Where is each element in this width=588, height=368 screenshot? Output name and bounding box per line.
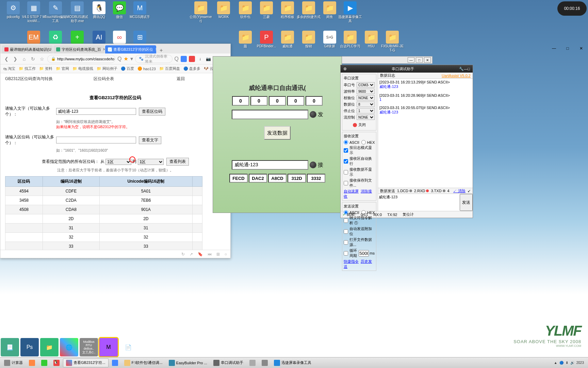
tab-2[interactable]: 字符区位码查询系统_百× xyxy=(53,45,104,53)
ql-browser[interactable]: 🌐 xyxy=(60,338,78,356)
hmi-close[interactable]: ✕ xyxy=(424,57,431,63)
ql-modbus[interactable]: ModBusRTUdeBus..文工具C.. xyxy=(80,338,98,356)
log-area[interactable]: [2023-03-31 16:20:13.299]# SEND ASCII> 威… xyxy=(378,79,473,188)
home-button[interactable]: ⌂ xyxy=(21,56,28,62)
ql-item[interactable]: 📄 xyxy=(119,338,137,356)
footer-icon[interactable]: ⏮ xyxy=(208,252,212,257)
nav-convert[interactable]: GB2312区位码查询与转换 xyxy=(5,76,53,82)
nav-return[interactable]: 返回 xyxy=(177,76,185,82)
minimize-button[interactable]: — xyxy=(547,44,561,53)
task-item[interactable] xyxy=(38,358,50,367)
desktop-folder-work[interactable]: 📁WORK xyxy=(212,1,235,19)
flow-select[interactable]: NONE xyxy=(357,114,375,120)
desktop-icon-step7[interactable]: ▦V4.0 STEP 7 MicroWI... xyxy=(22,1,46,23)
databits-select[interactable]: 8 xyxy=(357,102,375,107)
bookmark-jobs[interactable]: 📁找工作 xyxy=(19,66,36,71)
bookmark-site[interactable]: 📁网站例子 xyxy=(97,66,117,71)
bookmark-hao123[interactable]: 🟠hao123 xyxy=(137,66,156,71)
task-serial[interactable]: 串口调试助手 xyxy=(211,358,246,367)
serial-help[interactable]: 🔧 xyxy=(459,67,464,71)
desktop-icon-touchwin[interactable]: ✎TouchWin编辑工具 xyxy=(44,1,67,23)
escape-check[interactable] xyxy=(344,218,348,223)
zone-to-select[interactable]: 1区 xyxy=(138,159,164,165)
return-link[interactable]: ↙ xyxy=(468,189,471,193)
recv-save-check[interactable] xyxy=(344,181,348,185)
char-input[interactable] xyxy=(56,108,136,115)
desktop-folder-delta[interactable]: 📁台达PLC学习 xyxy=(338,31,362,48)
hmi-cell[interactable]: 0 xyxy=(287,96,304,106)
ql-mcgs[interactable]: M xyxy=(99,338,118,356)
close-button[interactable]: ✕ xyxy=(574,44,588,53)
recorder-overlay[interactable]: 00:00:16 xyxy=(557,1,587,16)
desktop-folder-weintek[interactable]: 📁威纶通 xyxy=(276,31,299,48)
ext-icon-3[interactable]: ↓ xyxy=(197,56,203,62)
task-item[interactable]: 🐧 xyxy=(51,358,62,367)
list-button[interactable]: 查看列表 xyxy=(166,158,189,166)
desktop-icon-ti[interactable]: 📁题 xyxy=(233,31,257,48)
tray-icon[interactable]: ▲ xyxy=(554,361,557,365)
recv-ascii-radio[interactable] xyxy=(344,140,348,144)
desktop-icon-net[interactable]: ⊞ xyxy=(128,31,152,44)
stopbits-select[interactable]: 1 xyxy=(357,108,375,113)
hmi-cell[interactable]: 0 xyxy=(269,96,286,106)
serial-min[interactable]: — xyxy=(464,67,468,71)
bookmark-official[interactable]: 📁官网 xyxy=(56,66,69,71)
parity-select[interactable]: NONE xyxy=(357,95,375,101)
quick-cmd-link[interactable]: 快捷指令 xyxy=(344,259,359,263)
footer-icon[interactable]: ↗ xyxy=(190,252,193,257)
lookup-qwm-button[interactable]: 查看区位码 xyxy=(139,108,165,116)
bookmark-ziliao[interactable]: 📁资料 xyxy=(39,66,52,71)
star-button[interactable]: ☆ xyxy=(38,56,45,62)
search-input[interactable]: 🐾沉浸式倒春寒将来 xyxy=(135,55,172,63)
desktop-icon-plus[interactable]: + xyxy=(65,31,89,44)
maximize-button[interactable]: □ xyxy=(561,44,574,53)
desktop-folder-h5u[interactable]: 📁H5U xyxy=(359,31,383,48)
baud-select[interactable]: 9600 xyxy=(357,89,375,94)
hmi-cell[interactable]: 0 xyxy=(232,96,249,106)
desktop-icon-em[interactable]: EM xyxy=(22,31,46,44)
desktop-icon-mcgs[interactable]: MMCGS调试手 xyxy=(128,1,152,19)
system-tray[interactable]: ▲ 🔵 ⬇ 🔊 2023 xyxy=(554,361,587,365)
tab-1[interactable]: 最详细的码表基础知识(U× xyxy=(2,45,53,53)
ext-icon-2[interactable] xyxy=(189,56,195,62)
zone-from-select[interactable]: 1区 xyxy=(105,159,131,165)
openfile-check[interactable] xyxy=(344,240,348,245)
ext-icon-1[interactable] xyxy=(181,56,187,62)
bookmark-baidu[interactable]: 🔵百度 xyxy=(121,66,134,71)
desktop-icon-pdfbinder[interactable]: PPDFBinder... xyxy=(255,31,278,48)
task-easybuilder[interactable]: EasyBuilder Pro ... xyxy=(166,358,210,367)
recv-hide-check[interactable] xyxy=(344,170,348,174)
pos-input[interactable] xyxy=(56,137,136,143)
version-link[interactable]: UartAssist V5.0.2 xyxy=(442,74,471,78)
bookmark-panduoduo[interactable]: 🔵盘多多 xyxy=(183,66,200,71)
new-tab-button[interactable]: + xyxy=(157,47,165,53)
recv-log-check[interactable] xyxy=(344,148,348,153)
task-recorder[interactable]: 迅捷屏幕录像工具 xyxy=(271,358,314,367)
tray-icon[interactable]: 🔊 xyxy=(570,361,574,365)
loop-check[interactable] xyxy=(344,251,348,256)
autoscroll-link[interactable]: 自动滚屏 xyxy=(344,189,359,193)
ql-item[interactable]: 📃 xyxy=(1,338,19,356)
desktop-folder-public[interactable]: 📁公用(Yjmserver) xyxy=(189,1,213,23)
hmi-send-button[interactable]: 发送数据 xyxy=(264,126,291,140)
autoappend-check[interactable] xyxy=(344,229,348,234)
hmi-min[interactable]: — xyxy=(408,57,414,63)
forward-button[interactable]: ❯ xyxy=(12,56,19,62)
back-button[interactable]: ❮ xyxy=(3,56,10,62)
tray-icon[interactable]: ⬇ xyxy=(566,361,568,365)
ext-icon-4[interactable]: 📷 xyxy=(205,56,211,62)
bookmark-taobao[interactable]: 🛍淘宝 xyxy=(3,66,15,71)
bookmark-baidupan[interactable]: 📁百度网盘 xyxy=(159,66,180,71)
send-button[interactable]: 发送 xyxy=(460,194,473,211)
footer-icon[interactable]: 🔖 xyxy=(198,252,203,257)
port-close-button[interactable]: 关闭 xyxy=(344,121,375,129)
footer-icon[interactable]: ⊞ xyxy=(216,252,220,257)
port-select[interactable]: COM3->COM xyxy=(357,82,375,88)
desktop-folder-fx5u[interactable]: 📁FX5U和MR-JET-G xyxy=(380,31,404,52)
task-browser[interactable]: 查看GB2312字符... xyxy=(63,358,109,367)
close-icon[interactable]: × xyxy=(103,47,104,52)
task-item[interactable] xyxy=(259,358,271,367)
lookup-text-button[interactable]: 查看文字 xyxy=(139,136,161,144)
clear-send-link[interactable]: ↙ 清除 xyxy=(453,188,466,194)
desktop-icon-recycle[interactable]: ♻ xyxy=(44,31,67,44)
